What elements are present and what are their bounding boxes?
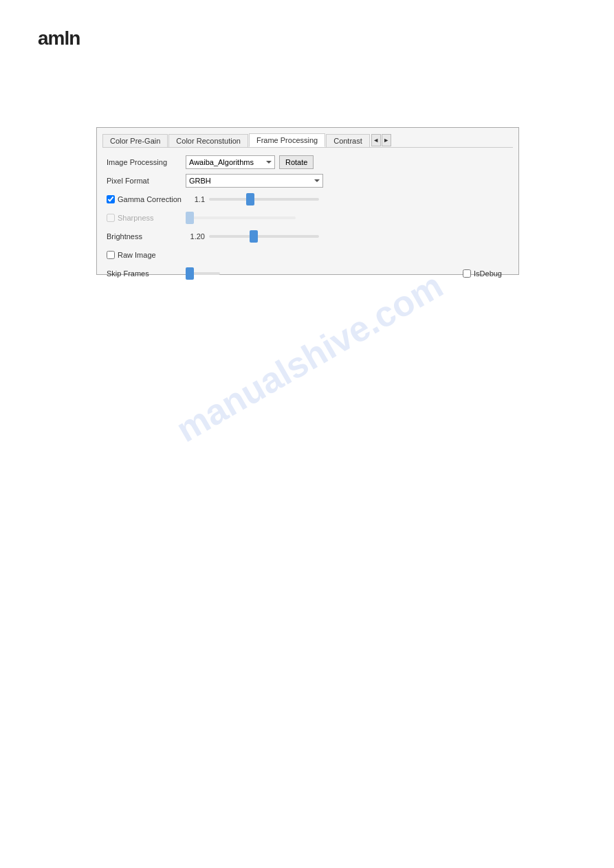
skip-frames-row: Skip Frames IsDebug xyxy=(107,266,509,281)
logo-text: amln xyxy=(38,27,80,49)
rotate-button[interactable]: Rotate xyxy=(279,155,314,169)
brightness-slider[interactable] xyxy=(209,235,319,238)
sharpness-checkbox-label[interactable]: Sharpness xyxy=(107,214,186,222)
image-processing-label: Image Processing xyxy=(107,158,186,166)
gamma-correction-slider[interactable] xyxy=(209,198,319,201)
tab-contrast[interactable]: Contrast xyxy=(326,134,370,147)
isdebug-checkbox[interactable] xyxy=(463,269,471,278)
gamma-correction-slider-wrapper: 1.1 xyxy=(186,195,319,203)
raw-image-label: Raw Image xyxy=(118,251,156,259)
sharpness-slider xyxy=(186,216,296,219)
gamma-correction-value: 1.1 xyxy=(186,195,205,203)
image-processing-dropdown[interactable]: Awaiba_Algorithms xyxy=(186,155,275,169)
brightness-row: Brightness 1.20 xyxy=(107,229,509,244)
sharpness-label: Sharpness xyxy=(118,214,154,222)
pixel-format-row: Pixel Format GRBH xyxy=(107,173,509,188)
raw-image-checkbox-label[interactable]: Raw Image xyxy=(107,251,186,259)
gamma-correction-checkbox-label[interactable]: Gamma Correction xyxy=(107,195,186,203)
tab-color-pre-gain[interactable]: Color Pre-Gain xyxy=(102,134,168,147)
tabs-row: Color Pre-Gain Color Reconstution Frame … xyxy=(102,133,513,148)
brightness-label: Brightness xyxy=(107,232,186,241)
panel: Color Pre-Gain Color Reconstution Frame … xyxy=(96,127,519,275)
image-processing-controls: Awaiba_Algorithms Rotate xyxy=(186,155,314,169)
sharpness-slider-wrapper xyxy=(186,216,296,219)
tab-frame-processing[interactable]: Frame Processing xyxy=(249,133,325,147)
brightness-value: 1.20 xyxy=(186,232,205,241)
isdebug-label: IsDebug xyxy=(474,269,502,278)
gamma-correction-checkbox[interactable] xyxy=(107,195,115,203)
logo: amln xyxy=(38,27,80,49)
pixel-format-dropdown[interactable]: GRBH xyxy=(186,174,323,188)
brightness-slider-wrapper: 1.20 xyxy=(186,232,319,241)
pixel-format-label: Pixel Format xyxy=(107,177,186,185)
isdebug-wrapper: IsDebug xyxy=(463,269,502,278)
tab-nav-next[interactable]: ► xyxy=(382,134,391,146)
gamma-correction-row: Gamma Correction 1.1 xyxy=(107,192,509,207)
raw-image-row: Raw Image xyxy=(107,247,509,263)
raw-image-checkbox[interactable] xyxy=(107,251,115,259)
tab-nav-prev[interactable]: ◄ xyxy=(371,134,381,146)
gamma-correction-label: Gamma Correction xyxy=(118,195,182,203)
skip-frames-slider[interactable] xyxy=(186,272,220,275)
image-processing-row: Image Processing Awaiba_Algorithms Rotat… xyxy=(107,155,509,170)
content-area: Image Processing Awaiba_Algorithms Rotat… xyxy=(102,152,513,287)
sharpness-checkbox[interactable] xyxy=(107,214,115,222)
sharpness-row: Sharpness xyxy=(107,210,509,225)
tab-color-reconstution[interactable]: Color Reconstution xyxy=(168,134,248,147)
skip-frames-label: Skip Frames xyxy=(107,269,186,278)
